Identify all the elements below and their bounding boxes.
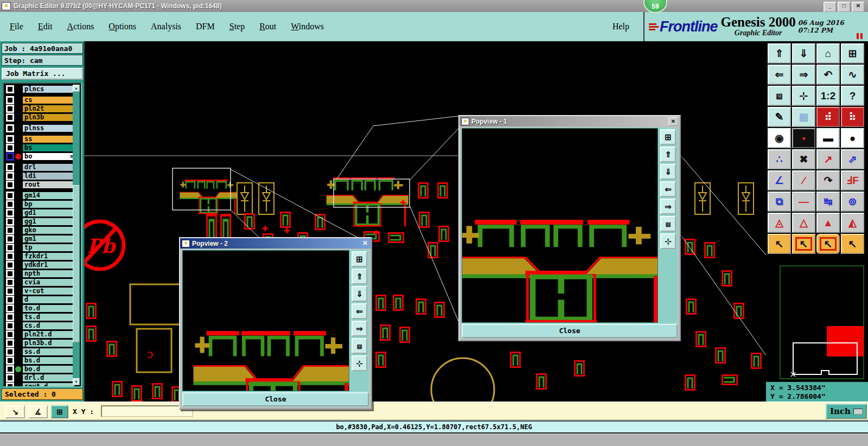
layer-row[interactable]: rout	[5, 181, 81, 189]
layer-label[interactable]: gd1	[22, 209, 75, 217]
layer-label[interactable]: pln3b	[22, 113, 75, 122]
scroll-down-icon[interactable]: ▼	[73, 378, 80, 385]
layer-label[interactable]: bp	[22, 200, 75, 208]
title-bar[interactable]: ✕ Graphic Editor 9.07b2 (00@HY-HYCAM-PC1…	[0, 0, 868, 12]
layer-row[interactable]: gd1	[5, 209, 81, 217]
layer-visibility-checkbox[interactable]	[6, 383, 14, 387]
menu-item[interactable]: Analysis	[151, 22, 181, 31]
layer-row[interactable]: gm14	[5, 192, 81, 200]
select-net[interactable]: ↖	[841, 234, 864, 254]
layer-row[interactable]: v-cut	[5, 287, 81, 295]
layer-visibility-checkbox[interactable]	[6, 304, 14, 313]
popview-scroll-up[interactable]: ⇑	[660, 146, 676, 162]
popview-2-canvas[interactable]	[182, 250, 349, 391]
pan-center[interactable]: ⊹	[792, 86, 815, 106]
layer-label[interactable]: bs	[22, 144, 75, 152]
grid-toggle[interactable]: ▦	[792, 107, 815, 127]
layer-label[interactable]: fzkdr1	[22, 252, 75, 260]
layer-label[interactable]: bo.d	[22, 365, 75, 373]
resize-tool-button[interactable]: ↘	[5, 405, 25, 418]
net-highlight-a[interactable]: ⠾	[816, 107, 840, 127]
angle-tool-button[interactable]: ∡	[28, 405, 48, 418]
view-release-down[interactable]: ⇓	[792, 43, 815, 63]
select-polygon[interactable]: ↖	[816, 234, 840, 254]
job-matrix-button[interactable]: Job Matrix ...	[2, 68, 83, 80]
units-button[interactable]: Inch	[826, 404, 867, 419]
slope-arrow-base[interactable]: ◭	[841, 213, 864, 233]
popview-pan[interactable]: ⊹	[660, 233, 676, 249]
layer-label[interactable]: pln2t.d	[22, 330, 75, 339]
layer-visibility-checkbox[interactable]	[6, 244, 14, 252]
pad-vector[interactable]: ◉	[768, 128, 791, 148]
menu-item[interactable]: Edit	[38, 22, 53, 31]
layer-visibility-checkbox[interactable]	[6, 113, 14, 122]
layer-visibility-checkbox[interactable]	[6, 218, 14, 226]
board-overview[interactable]	[766, 262, 868, 381]
popview-1-close-icon[interactable]: ✕	[668, 117, 678, 126]
menu-item[interactable]: DFM	[196, 22, 215, 31]
popview-2-titlebar[interactable]: ✕ Popview - 2 ✕	[180, 238, 371, 249]
undo-zoom[interactable]: ↶	[816, 65, 840, 85]
layer-visibility-checkbox[interactable]	[6, 192, 14, 200]
pause-icon[interactable]	[857, 33, 863, 39]
views-xy-window[interactable]: ⊞	[841, 43, 864, 63]
popview-2-close-icon[interactable]: ✕	[361, 240, 369, 247]
layer-row[interactable]: cs	[5, 96, 81, 104]
layer-visibility-checkbox[interactable]	[6, 330, 14, 339]
layer-visibility-checkbox[interactable]	[6, 339, 14, 347]
zoom-1-2[interactable]: 1:2	[816, 86, 840, 106]
layer-visibility-checkbox[interactable]	[6, 163, 14, 171]
layer-label[interactable]: ts.d	[22, 313, 75, 321]
layer-label[interactable]: pln3b.d	[22, 339, 75, 347]
layer-visibility-checkbox[interactable]	[6, 374, 14, 382]
measure-ruler[interactable]: ▬	[816, 128, 840, 148]
popview-scroll-down[interactable]: ⇓	[660, 164, 676, 180]
layer-row[interactable]: bs	[5, 144, 81, 152]
layer-row[interactable]: cvia	[5, 278, 81, 286]
popview-scroll-down[interactable]: ⇓	[352, 286, 367, 302]
layer-visibility-checkbox[interactable]	[6, 313, 14, 321]
menu-item[interactable]: File	[10, 22, 23, 31]
layer-visibility-checkbox[interactable]	[6, 226, 14, 234]
help-tool[interactable]: ?	[841, 86, 864, 106]
home-view[interactable]: ⌂	[816, 43, 840, 63]
maximize-button[interactable]: □	[838, 2, 851, 12]
popview-scroll-left[interactable]: ⇐	[352, 303, 367, 319]
layer-label[interactable]: plncs	[22, 85, 75, 93]
layer-label[interactable]: gko	[22, 226, 75, 234]
layer-label[interactable]: pln2t	[22, 105, 75, 113]
layer-label[interactable]: gm14	[22, 192, 75, 200]
stretch-line[interactable]: —	[792, 192, 815, 212]
view-release-up[interactable]: ⇑	[768, 43, 791, 63]
edit-tools[interactable]: ✎	[768, 107, 791, 127]
slope-arrow-fill[interactable]: ▲	[816, 213, 840, 233]
layer-row[interactable]: pln3b.d	[5, 339, 81, 347]
layer-visibility-checkbox[interactable]	[6, 287, 14, 295]
popview-scroll-right[interactable]: ⇒	[352, 321, 367, 336]
pad-disc[interactable]: ●	[841, 128, 864, 148]
layer-visibility-checkbox[interactable]	[6, 209, 14, 217]
layer-label[interactable]: ldi	[22, 172, 75, 180]
layer-visibility-checkbox[interactable]	[6, 296, 14, 304]
layer-label[interactable]: drl.d	[22, 374, 75, 382]
layer-label[interactable]: gm1	[22, 235, 75, 243]
align-width[interactable]: ↹	[816, 192, 840, 212]
menu-item-help[interactable]: Help	[612, 22, 629, 31]
mirror-ff[interactable]: ℲF	[841, 170, 864, 190]
view-left[interactable]: ⇐	[768, 65, 791, 85]
layer-row[interactable]: pln3b	[5, 113, 81, 122]
popview-overview[interactable]: ⊞	[660, 129, 676, 145]
layer-visibility-checkbox[interactable]	[6, 172, 14, 180]
layer-visibility-checkbox[interactable]	[6, 85, 14, 93]
popview-1-titlebar[interactable]: ✕ Popview - 1 ✕	[459, 116, 680, 126]
layer-row[interactable]: ss	[5, 135, 81, 143]
view-right[interactable]: ⇒	[792, 65, 815, 85]
layer-row[interactable]: plnss	[5, 124, 81, 132]
layer-label[interactable]: npth	[22, 270, 75, 278]
layer-visibility-checkbox[interactable]	[6, 96, 14, 104]
layer-label[interactable]: plnss	[22, 124, 75, 132]
layer-row[interactable]: gg1	[5, 218, 81, 226]
layer-label[interactable]: d	[22, 296, 75, 304]
layer-visibility-checkbox[interactable]	[6, 152, 14, 161]
layer-visibility-checkbox[interactable]	[6, 365, 14, 373]
